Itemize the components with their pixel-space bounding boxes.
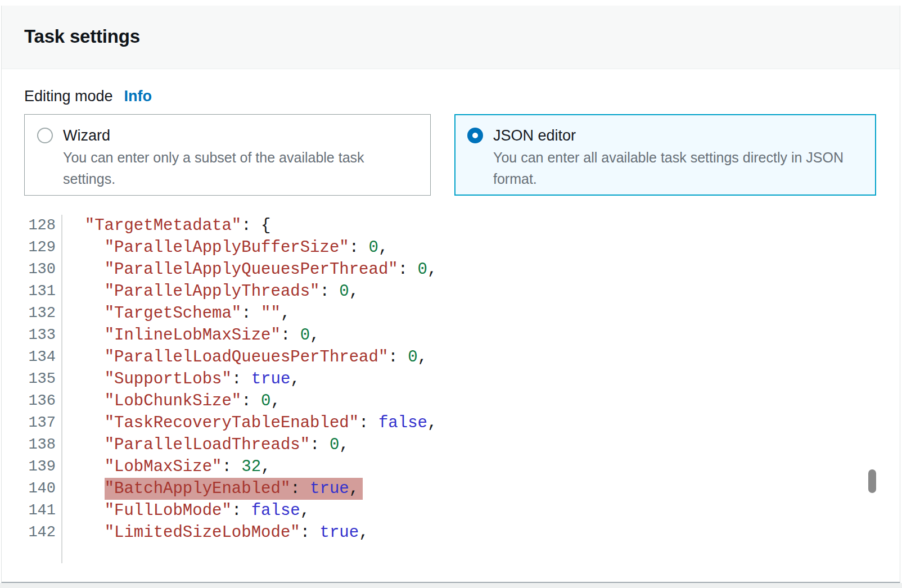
line-number: 139: [24, 456, 56, 478]
tile-description: You can enter only a subset of the avail…: [63, 147, 418, 189]
tile-wizard[interactable]: Wizard You can enter only a subset of th…: [24, 114, 431, 196]
line-number: 130: [24, 259, 56, 281]
line-number: 136: [24, 390, 56, 412]
editing-mode-label: Editing mode: [24, 88, 113, 105]
card-header: Task settings: [2, 6, 900, 69]
code-line: "TargetSchema": "",: [65, 302, 437, 324]
radio-button-json-editor[interactable]: [467, 128, 483, 143]
code-line: "ParallelLoadQueuesPerThread": 0,: [65, 346, 437, 368]
line-number: 141: [24, 500, 56, 522]
code-line: "FullLobMode": false,: [65, 500, 437, 522]
tile-json-editor[interactable]: JSON editor You can enter all available …: [454, 114, 876, 196]
line-number: 133: [24, 324, 56, 346]
code-line: "InlineLobMaxSize": 0,: [65, 324, 437, 346]
page-title: Task settings: [24, 26, 877, 47]
radio-button-wizard[interactable]: [37, 128, 53, 143]
code-area[interactable]: "TargetMetadata": { "ParallelApplyBuffer…: [62, 215, 437, 563]
tile-description: You can enter all available task setting…: [493, 147, 863, 189]
tile-title: JSON editor: [493, 125, 863, 146]
editing-mode-tiles: Wizard You can enter only a subset of th…: [24, 114, 877, 196]
tile-title: Wizard: [63, 125, 418, 146]
gutter: 1281291301311321331341351361371381391401…: [24, 215, 62, 563]
code-line: "LobChunkSize": 0,: [65, 390, 437, 412]
line-number: 132: [24, 302, 56, 324]
info-link[interactable]: Info: [124, 88, 152, 105]
line-number: 135: [24, 368, 56, 390]
vertical-scrollbar-thumb[interactable]: [868, 469, 876, 493]
code-line: "BatchApplyEnabled": true,: [65, 478, 437, 500]
code-line: "LimitedSizeLobMode": true,: [65, 522, 437, 544]
line-number: 142: [24, 522, 56, 544]
code-line: "SupportLobs": true,: [65, 368, 437, 390]
task-settings-card: Task settings Editing mode Info Wizard Y…: [1, 6, 900, 584]
code-line: "ParallelLoadThreads": 0,: [65, 434, 437, 456]
code-line: "LobMaxSize": 32,: [65, 456, 437, 478]
code-line: "ParallelApplyBufferSize": 0,: [65, 237, 437, 259]
line-number: 128: [24, 215, 56, 237]
json-editor-pane[interactable]: 1281291301311321331341351361371381391401…: [24, 215, 877, 563]
page-background-strip: [0, 583, 902, 588]
line-number: 138: [24, 434, 56, 456]
code-line: "TaskRecoveryTableEnabled": false,: [65, 412, 437, 434]
line-number: 129: [24, 237, 56, 259]
line-number: 134: [24, 346, 56, 368]
code-line: "TargetMetadata": {: [65, 215, 437, 237]
code-line: "ParallelApplyThreads": 0,: [65, 281, 437, 302]
search-highlight: "BatchApplyEnabled": true,: [105, 478, 363, 500]
line-number: 131: [24, 281, 56, 302]
code-line: "ParallelApplyQueuesPerThread": 0,: [65, 259, 437, 281]
card-body: Editing mode Info Wizard You can enter o…: [2, 88, 900, 563]
line-number: 137: [24, 412, 56, 434]
line-number: 140: [24, 478, 56, 500]
editing-mode-row: Editing mode Info: [24, 88, 877, 105]
